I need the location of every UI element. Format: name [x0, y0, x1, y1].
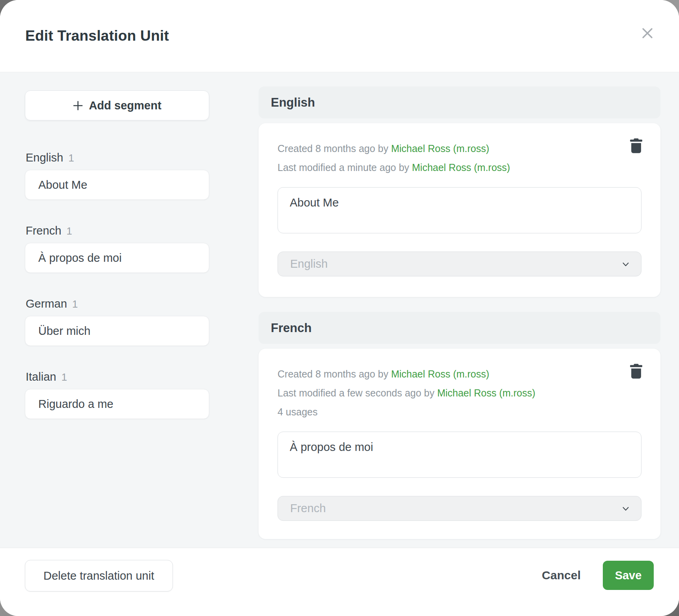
close-button[interactable] [638, 24, 657, 43]
chevron-down-icon [621, 259, 631, 269]
segment-editor-panels: English Created 8 mo [259, 72, 660, 548]
segment-language-label: English 1 [26, 151, 210, 164]
created-by-user: Michael Ross (m.ross) [391, 143, 490, 154]
dialog-footer: Delete translation unit Cancel Save [0, 548, 679, 616]
save-button[interactable]: Save [603, 561, 654, 590]
segment-card-english[interactable]: About Me [25, 170, 209, 200]
plus-icon [73, 100, 83, 111]
segment-language-label: French 1 [26, 224, 210, 237]
delete-translation-unit-button[interactable]: Delete translation unit [25, 560, 173, 592]
cancel-button[interactable]: Cancel [542, 569, 581, 582]
close-icon [640, 25, 655, 41]
segment-language-label: German 1 [26, 297, 210, 310]
delete-segment-button[interactable] [628, 138, 644, 156]
modified-meta: Last modified a few seconds ago by Micha… [278, 383, 641, 402]
segment-card-italian[interactable]: Riguardo a me [25, 389, 209, 419]
language-select-value: English [290, 257, 328, 270]
dialog-body: Add segment English 1 About Me French 1 … [0, 72, 679, 548]
created-meta: Created 8 months ago by Michael Ross (m.… [278, 139, 641, 158]
segment-text-input[interactable]: À propos de moi [278, 432, 641, 478]
segment-count: 1 [61, 371, 67, 383]
modified-by-user: Michael Ross (m.ross) [412, 162, 510, 173]
chevron-down-icon [621, 503, 631, 514]
panel-gap [259, 297, 660, 312]
panel-header-french: French [259, 312, 660, 344]
created-by-user: Michael Ross (m.ross) [391, 368, 490, 379]
segment-language-label: Italian 1 [26, 370, 210, 383]
segment-card-german[interactable]: Über mich [25, 316, 209, 346]
segment-count: 1 [72, 298, 78, 310]
modified-by-user: Michael Ross (m.ross) [437, 387, 535, 398]
segment-card-french[interactable]: À propos de moi [25, 243, 209, 273]
usages-count: 4 usages [278, 402, 641, 421]
modified-meta: Last modified a minute ago by Michael Ro… [278, 158, 641, 177]
trash-icon [630, 364, 642, 379]
add-segment-button[interactable]: Add segment [25, 90, 209, 120]
edit-translation-unit-dialog: Edit Translation Unit Add segment E [0, 0, 679, 616]
panel-header-english: English [259, 86, 660, 118]
created-meta: Created 8 months ago by Michael Ross (m.… [278, 364, 641, 383]
delete-segment-button[interactable] [628, 364, 644, 381]
language-select[interactable]: French [278, 496, 641, 521]
language-select-value: French [290, 502, 326, 515]
panel-card-english: Created 8 months ago by Michael Ross (m.… [259, 123, 660, 297]
add-segment-label: Add segment [89, 99, 161, 112]
dialog-title: Edit Translation Unit [25, 28, 169, 44]
segment-count: 1 [68, 152, 74, 164]
segment-count: 1 [66, 225, 72, 237]
panel-card-french: Created 8 months ago by Michael Ross (m.… [259, 349, 660, 539]
segments-sidebar: Add segment English 1 About Me French 1 … [25, 72, 210, 548]
language-select[interactable]: English [278, 252, 641, 276]
trash-icon [630, 138, 642, 154]
dialog-header: Edit Translation Unit [0, 0, 679, 72]
segment-text-input[interactable]: About Me [278, 187, 641, 233]
footer-actions: Cancel Save [542, 560, 654, 591]
